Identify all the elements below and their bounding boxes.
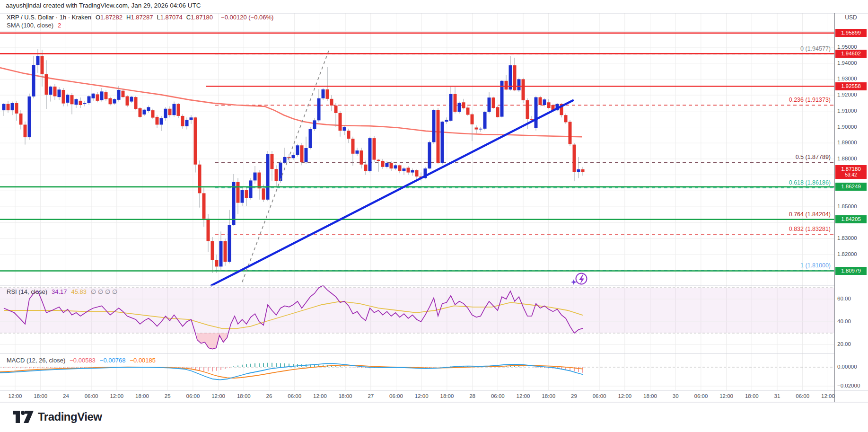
axis-tick-label: 31 bbox=[768, 393, 787, 399]
axis-tick-label: 1.88000 bbox=[837, 156, 866, 161]
axis-tick-label: 18:00 bbox=[641, 393, 660, 399]
axis-tick-label: 1.89000 bbox=[837, 140, 866, 145]
levels-layer bbox=[0, 33, 834, 271]
axis-tick-label: 24 bbox=[56, 393, 75, 399]
axis-tick-label: 1.95000 bbox=[837, 44, 866, 50]
chart-canvas[interactable] bbox=[0, 0, 868, 432]
axis-tick-label: 0.00000 bbox=[837, 364, 866, 370]
price-badge: 1.95899 bbox=[835, 29, 867, 37]
axis-tick-label: 18:00 bbox=[742, 393, 761, 399]
axis-tick-label: 06:00 bbox=[488, 393, 507, 399]
axis-tick-label: 06:00 bbox=[82, 393, 101, 399]
frame-layer bbox=[0, 13, 868, 402]
axis-tick-label: 18:00 bbox=[133, 393, 152, 399]
axis-tick-label: 1.90000 bbox=[837, 124, 866, 130]
axis-tick-label: 06:00 bbox=[285, 393, 304, 399]
axis-tick-label: 12:00 bbox=[209, 393, 228, 399]
axis-tick-label: 25 bbox=[158, 393, 177, 399]
axis-tick-label: 20.00 bbox=[837, 341, 866, 347]
axis-tick-label: 1.93000 bbox=[837, 76, 866, 81]
axis-tick-label: 06:00 bbox=[692, 393, 710, 399]
axis-tick-label: 1.85000 bbox=[837, 203, 866, 209]
axis-tick-label: 1.94000 bbox=[837, 60, 866, 66]
axis-tick-label: 26 bbox=[260, 393, 279, 399]
axis-tick-label: 1.91000 bbox=[837, 108, 866, 114]
axis-tick-label: 06:00 bbox=[387, 393, 406, 399]
price-badge: 1.8718053:42 bbox=[835, 165, 867, 179]
axis-tick-label: 40.00 bbox=[837, 318, 866, 324]
tradingview-logo-text: TradingView bbox=[38, 410, 102, 423]
axis-tick-label: 18:00 bbox=[234, 393, 253, 399]
axis-tick-label: 30 bbox=[666, 393, 685, 399]
axis-tick-label: 06:00 bbox=[184, 393, 202, 399]
axis-tick-label: 12:00 bbox=[107, 393, 126, 399]
candles-layer bbox=[2, 49, 585, 273]
axis-tick-label: 12:00 bbox=[310, 393, 329, 399]
axis-tick-label: 1.83000 bbox=[837, 235, 866, 241]
axis-tick-label: 1.92000 bbox=[837, 92, 866, 97]
axis-tick-label: 12:00 bbox=[615, 393, 634, 399]
axis-tick-label: 12:00 bbox=[818, 393, 837, 399]
price-badge: 1.94602 bbox=[835, 50, 867, 58]
grid-layer bbox=[0, 13, 834, 390]
lightning-icon[interactable] bbox=[571, 273, 587, 285]
axis-tick-label: 27 bbox=[361, 393, 380, 399]
axis-tick-label: 12:00 bbox=[717, 393, 736, 399]
axis-tick-label: 12:00 bbox=[514, 393, 533, 399]
axis-tick-label: 29 bbox=[564, 393, 583, 399]
axis-tick-label: 06:00 bbox=[793, 393, 812, 399]
price-badge: 1.92558 bbox=[835, 82, 867, 90]
axis-tick-label: 18:00 bbox=[539, 393, 558, 399]
axis-tick-label: −0.02000 bbox=[837, 383, 866, 388]
tradingview-logo[interactable]: TradingView bbox=[12, 407, 102, 427]
axis-tick-label: 12:00 bbox=[412, 393, 431, 399]
axis-tick-label: 06:00 bbox=[590, 393, 609, 399]
axis-tick-label: 18:00 bbox=[31, 393, 50, 399]
price-badge: 1.80979 bbox=[835, 267, 867, 275]
tradingview-logo-icon bbox=[12, 407, 34, 427]
axis-tick-label: 1.82000 bbox=[837, 251, 866, 257]
axis-tick-label: 60.00 bbox=[837, 296, 866, 301]
axis-tick-label: 18:00 bbox=[336, 393, 355, 399]
tradingview-chart-app: aayushjindal created with TradingView.co… bbox=[0, 0, 868, 432]
axis-tick-label: 18:00 bbox=[438, 393, 456, 399]
price-badge: 1.86249 bbox=[835, 183, 867, 191]
axis-tick-label: 12:00 bbox=[6, 393, 25, 399]
price-badge: 1.84205 bbox=[835, 215, 867, 223]
axis-tick-label: 28 bbox=[463, 393, 482, 399]
